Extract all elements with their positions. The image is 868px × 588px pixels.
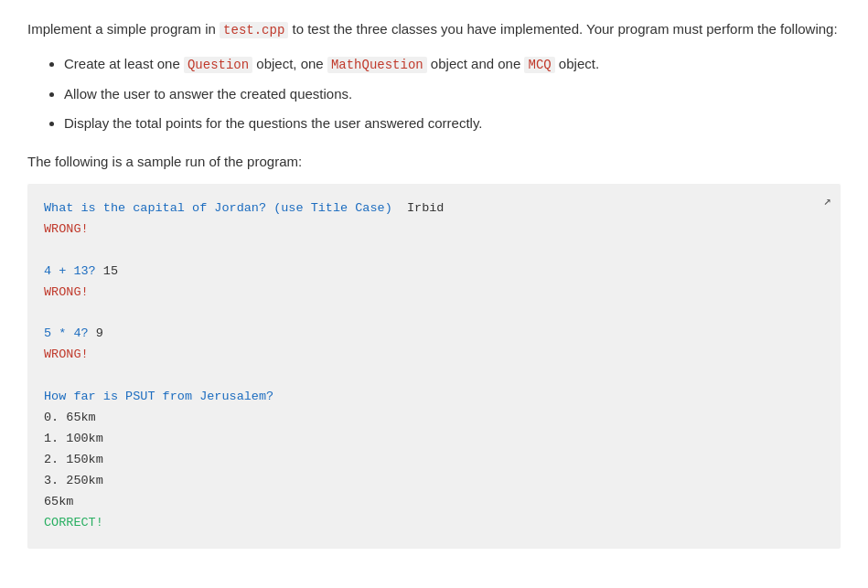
- empty-line-2: [44, 303, 824, 324]
- code-line-2: 4 + 13? 15: [44, 262, 824, 283]
- class-mathquestion-code: MathQuestion: [327, 57, 427, 73]
- code-wrong-2: WRONG!: [44, 283, 824, 304]
- code-option-0: 0. 65km: [44, 408, 824, 429]
- code-line-3: 5 * 4? 9: [44, 324, 824, 345]
- filename-code: test.cpp: [220, 22, 288, 38]
- code-wrong-3: WRONG!: [44, 345, 824, 366]
- class-mcq-code: MCQ: [524, 57, 554, 73]
- code-wrong-1: WRONG!: [44, 219, 824, 241]
- code-correct-1: CORRECT!: [44, 513, 824, 534]
- intro-paragraph: Implement a simple program in test.cpp t…: [27, 18, 841, 40]
- code-question-1: What is the capital of Jordan? (use Titl…: [44, 201, 392, 215]
- code-answer-2: 15: [96, 264, 118, 278]
- code-block: ↗ What is the capital of Jordan? (use Ti…: [27, 184, 841, 549]
- code-answer-3: 9: [89, 326, 103, 340]
- code-answer-4: 65km: [44, 492, 824, 513]
- sample-run-label: The following is a sample run of the pro…: [27, 151, 841, 173]
- and-text: and: [471, 56, 494, 71]
- list-item-1: Create at least one Question object, one…: [64, 53, 841, 75]
- list-item-3: Display the total points for the questio…: [64, 112, 841, 134]
- class-question-code: Question: [184, 57, 252, 73]
- list-item-2: Allow the user to answer the created que…: [64, 83, 841, 105]
- code-question-2: 4 + 13?: [44, 264, 96, 278]
- code-question-3: 5 * 4?: [44, 326, 89, 340]
- code-answer-1: Irbid: [392, 201, 445, 215]
- code-option-2: 2. 150km: [44, 450, 824, 471]
- code-option-1: 1. 100km: [44, 429, 824, 450]
- empty-line-1: [44, 241, 824, 262]
- empty-line-3: [44, 366, 824, 387]
- code-option-3: 3. 250km: [44, 471, 824, 492]
- expand-icon[interactable]: ↗: [824, 191, 831, 213]
- requirements-list: Create at least one Question object, one…: [64, 53, 841, 134]
- code-line-1: What is the capital of Jordan? (use Titl…: [44, 198, 824, 219]
- code-question-4: How far is PSUT from Jerusalem?: [44, 387, 824, 408]
